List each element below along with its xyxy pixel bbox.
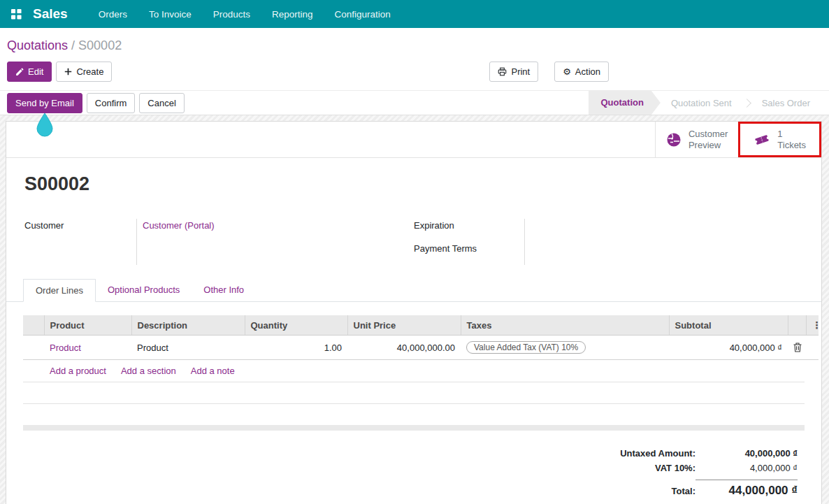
order-lines-table: Product Description Quantity Unit Price …: [23, 315, 819, 360]
total-value: 44,000,000 ₫: [695, 480, 798, 498]
tab-other-info[interactable]: Other Info: [192, 279, 256, 301]
customer-preview-button[interactable]: Customer Preview: [655, 122, 738, 157]
untaxed-amount-value: 40,000,000 ₫: [695, 448, 798, 459]
optional-columns-button[interactable]: ⋮: [806, 315, 819, 336]
record-name: S00002: [24, 173, 821, 195]
status-step-quotation-sent[interactable]: Quotation Sent: [661, 98, 742, 108]
tickets-stat-button[interactable]: 1 Tickets: [740, 124, 819, 155]
customer-field-value[interactable]: Customer (Portal): [143, 220, 215, 231]
subtotal-column-header: Subtotal: [669, 315, 788, 336]
field-group-left: Customer Customer (Portal): [24, 219, 414, 265]
tickets-label: 1 Tickets: [777, 129, 806, 150]
add-a-section-link[interactable]: Add a section: [121, 366, 176, 376]
unit-price-column-header: Unit Price: [347, 315, 461, 336]
nav-item-orders[interactable]: Orders: [99, 9, 127, 20]
sales-quotation-page: Sales Orders To Invoice Products Reporti…: [0, 0, 829, 504]
handle-column-header: [23, 315, 44, 336]
form-sheet: Customer Preview 1 Tickets: [6, 121, 822, 504]
delete-line-button[interactable]: [788, 336, 806, 360]
notebook-tabs: Order Lines Optional Products Other Info: [6, 279, 821, 302]
tab-optional-products[interactable]: Optional Products: [96, 279, 192, 301]
status-step-sales-order[interactable]: Sales Order: [751, 98, 821, 108]
row-handle-cell: [23, 336, 44, 360]
total-label: Total:: [560, 486, 695, 496]
order-line-subtotal: 40,000,000 ₫: [669, 336, 788, 360]
order-line-product-link[interactable]: Product: [50, 343, 81, 353]
breadcrumb-current: S00002: [78, 38, 122, 52]
statusbar: Send by Email Confirm Cancel Quotation Q…: [0, 90, 829, 115]
control-panel: Quotations / S00002 Edit Create Print: [0, 28, 829, 90]
printer-icon: [498, 67, 507, 76]
field-group: Customer Customer (Portal) Expiration Pa…: [24, 219, 803, 265]
nav-item-configuration[interactable]: Configuration: [335, 9, 391, 20]
app-name[interactable]: Sales: [33, 6, 68, 22]
totals-panel: Untaxed Amount: 40,000,000 ₫ VAT 10%: 4,…: [560, 446, 798, 500]
breadcrumb-separator: /: [71, 38, 78, 52]
breadcrumb: Quotations / S00002: [7, 38, 822, 53]
payment-terms-field-value: [531, 242, 803, 265]
globe-icon: [666, 132, 682, 147]
ticket-icon: [754, 132, 770, 147]
control-panel-buttons: Edit Create Print ⚙ Action: [7, 62, 822, 90]
annotation-red-box: 1 Tickets: [738, 122, 821, 157]
print-button[interactable]: Print: [489, 62, 538, 82]
vat-value: 4,000,000 ₫: [695, 463, 798, 473]
trash-column-header: [788, 315, 806, 336]
apps-grid-icon[interactable]: [11, 9, 22, 20]
form-view-background: Customer Preview 1 Tickets: [0, 115, 829, 504]
record-actions: Print ⚙ Action: [489, 62, 609, 82]
order-line-unit-price: 40,000,000.00: [347, 336, 461, 360]
table-header-row: Product Description Quantity Unit Price …: [23, 315, 819, 336]
expiration-field-label: Expiration: [414, 219, 524, 242]
product-column-header: Product: [44, 315, 131, 336]
cancel-button[interactable]: Cancel: [139, 93, 184, 113]
add-a-note-link[interactable]: Add a note: [191, 366, 235, 376]
breadcrumb-quotations[interactable]: Quotations: [7, 38, 68, 52]
trash-icon: [793, 343, 800, 352]
taxes-column-header: Taxes: [461, 315, 669, 336]
vertical-dots-icon: ⋮: [812, 319, 822, 331]
status-step-quotation[interactable]: Quotation: [589, 91, 661, 115]
section-divider: [23, 425, 805, 431]
status-pipeline: Quotation Quotation Sent Sales Order: [589, 91, 821, 115]
order-line-description: Product: [131, 336, 245, 360]
send-by-email-button[interactable]: Send by Email: [7, 93, 82, 113]
nav-menu: Orders To Invoice Products Reporting Con…: [99, 9, 391, 20]
quantity-column-header: Quantity: [245, 315, 347, 336]
description-column-header: Description: [131, 315, 245, 336]
plus-icon: [64, 68, 72, 75]
field-group-right: Expiration Payment Terms: [414, 219, 803, 265]
expiration-field-value: [531, 219, 803, 242]
tax-badge: Value Added Tax (VAT) 10%: [466, 341, 586, 354]
customer-field-label: Customer: [24, 219, 136, 242]
table-footer-links: Add a product Add a section Add a note: [23, 360, 805, 382]
tab-order-lines[interactable]: Order Lines: [23, 279, 96, 302]
stat-button-box: Customer Preview 1 Tickets: [6, 122, 821, 158]
tap-indicator-drop-icon: [34, 112, 55, 138]
action-button[interactable]: ⚙ Action: [554, 62, 609, 82]
order-line-quantity: 1.00: [245, 336, 347, 360]
order-line-row[interactable]: Product Product 1.00 40,000,000.00 Value…: [23, 336, 819, 360]
vat-label: VAT 10%:: [560, 463, 695, 473]
nav-item-to-invoice[interactable]: To Invoice: [149, 9, 192, 20]
gear-icon: ⚙: [563, 67, 571, 76]
customer-preview-label: Customer Preview: [689, 129, 728, 150]
nav-item-products[interactable]: Products: [213, 9, 250, 20]
empty-table-space: [23, 382, 805, 404]
pencil-icon: [15, 68, 24, 76]
payment-terms-field-label: Payment Terms: [414, 242, 524, 265]
chevron-right-icon: [742, 99, 751, 108]
edit-button[interactable]: Edit: [7, 62, 52, 82]
create-button[interactable]: Create: [56, 62, 112, 82]
confirm-button[interactable]: Confirm: [87, 93, 136, 113]
notebook: Order Lines Optional Products Other Info…: [6, 279, 821, 404]
top-navbar: Sales Orders To Invoice Products Reporti…: [0, 0, 829, 28]
add-a-product-link[interactable]: Add a product: [50, 366, 106, 376]
statusbar-buttons: Send by Email Confirm Cancel: [7, 93, 185, 113]
nav-item-reporting[interactable]: Reporting: [272, 9, 313, 20]
untaxed-amount-label: Untaxed Amount:: [560, 448, 695, 459]
